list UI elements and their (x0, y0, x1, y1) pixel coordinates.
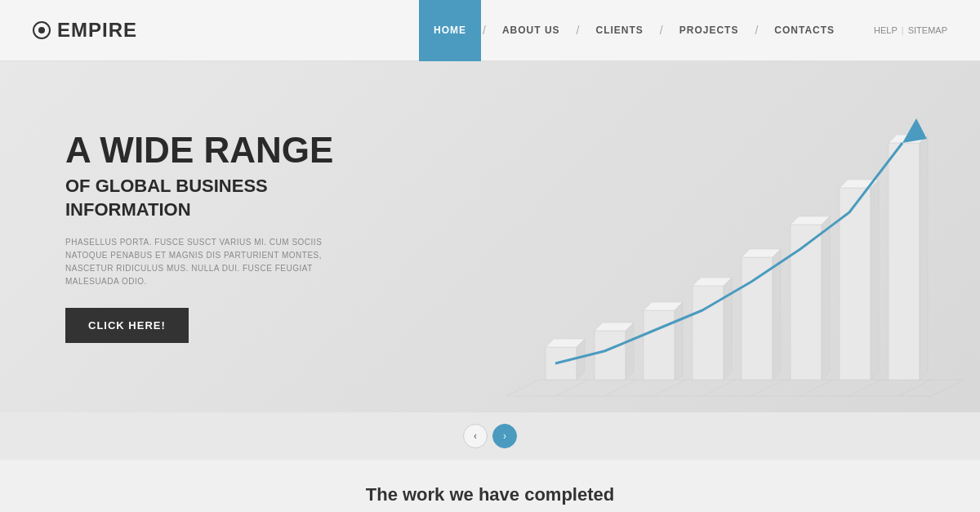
chart-area (457, 61, 980, 412)
svg-marker-32 (871, 180, 879, 380)
logo-icon (33, 21, 51, 39)
svg-line-5 (604, 380, 637, 396)
main-nav: HOME / ABOUT US / CLIENTS / PROJECTS / C… (419, 0, 947, 60)
hero-section: A WIDE RANGE OF GLOBAL BUSINESSINFORMATI… (0, 61, 980, 412)
hero-title-sub: OF GLOBAL BUSINESSINFORMATION (65, 175, 359, 221)
bar-chart (457, 61, 980, 412)
svg-rect-15 (595, 331, 626, 380)
svg-rect-18 (644, 310, 675, 380)
nav-sep: | (902, 25, 904, 35)
logo-text: EMPIRE (57, 19, 137, 42)
svg-rect-12 (546, 347, 577, 380)
svg-marker-17 (626, 323, 634, 380)
bottom-title: The work we have completed (33, 484, 947, 505)
nav-item-projects[interactable]: PROJECTS (665, 0, 754, 61)
svg-line-2 (931, 380, 964, 396)
svg-line-11 (898, 380, 931, 396)
logo[interactable]: EMPIRE (33, 19, 137, 42)
svg-marker-36 (902, 118, 927, 143)
nav-item-contacts[interactable]: CONTACTS (760, 0, 849, 61)
header: EMPIRE HOME / ABOUT US / CLIENTS / PROJE… (0, 0, 980, 61)
svg-marker-29 (822, 216, 830, 380)
slider-next-button[interactable]: › (492, 424, 517, 448)
svg-marker-35 (920, 135, 928, 380)
slider-controls: ‹ › (0, 412, 980, 460)
svg-line-4 (555, 380, 588, 396)
nav-right: HELP | SITEMAP (874, 25, 947, 35)
svg-marker-20 (675, 302, 683, 380)
svg-marker-26 (773, 249, 781, 380)
svg-line-8 (751, 380, 784, 396)
nav-divider-3: / (660, 24, 663, 37)
sitemap-link[interactable]: SITEMAP (908, 25, 947, 35)
svg-line-10 (849, 380, 882, 396)
svg-rect-33 (889, 143, 920, 380)
svg-line-6 (653, 380, 686, 396)
nav-divider-2: / (577, 24, 580, 37)
hero-content: A WIDE RANGE OF GLOBAL BUSINESSINFORMATI… (0, 82, 425, 393)
svg-line-1 (506, 380, 539, 396)
svg-line-9 (800, 380, 833, 396)
nav-item-about[interactable]: ABOUT US (488, 0, 575, 61)
hero-body: PHASELLUS PORTA. FUSCE SUSCT VARIUS MI. … (65, 236, 359, 288)
svg-rect-27 (791, 225, 822, 380)
slider-prev-button[interactable]: ‹ (463, 424, 488, 448)
help-link[interactable]: HELP (874, 25, 898, 35)
nav-item-home[interactable]: HOME (419, 0, 481, 61)
nav-divider-4: / (755, 24, 758, 37)
cta-button[interactable]: CLICK HERE! (65, 308, 189, 343)
nav-item-clients[interactable]: CLIENTS (581, 0, 658, 61)
svg-rect-24 (742, 257, 773, 380)
bottom-section: The work we have completed allows us to … (0, 460, 980, 512)
nav-divider-1: / (483, 24, 486, 37)
svg-line-7 (702, 380, 735, 396)
hero-title-main: A WIDE RANGE (65, 131, 359, 170)
